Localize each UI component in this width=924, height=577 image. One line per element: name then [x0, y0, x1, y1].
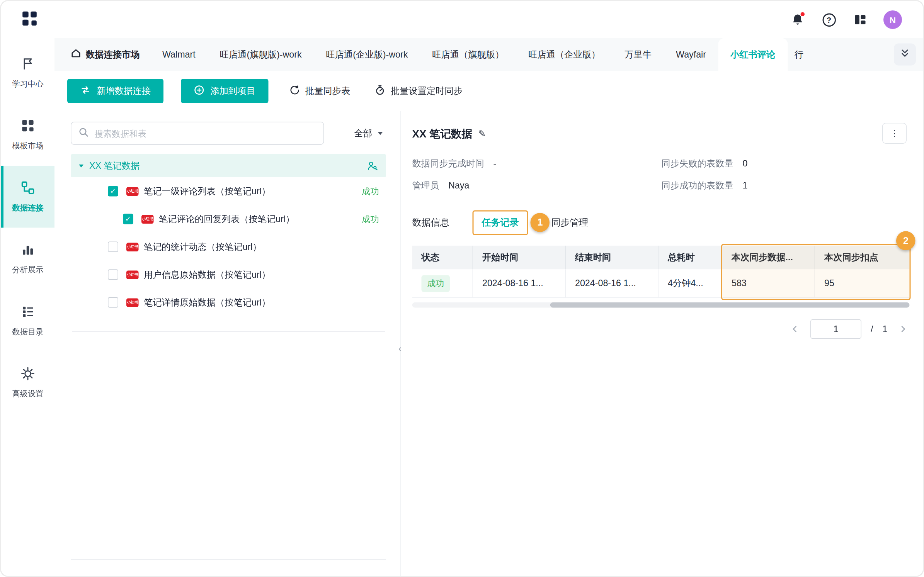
tab-wayfair[interactable]: Wayfair: [664, 38, 718, 71]
tree-item-note-detail-raw[interactable]: 小红书 笔记详情原始数据（按笔记url）: [71, 288, 386, 316]
sidebar-item-template-market[interactable]: 模板市场: [1, 104, 54, 166]
info-label: 同步失败的表数量: [662, 157, 733, 170]
page-total: 1: [883, 324, 888, 334]
button-label: 添加到项目: [211, 85, 255, 97]
tab-task-records[interactable]: 任务记录 1: [473, 210, 528, 235]
template-market-icon: [20, 118, 36, 136]
tab-wanliniu[interactable]: 万里牛: [613, 38, 664, 71]
tab-wdt-flagship-work[interactable]: 旺店通(旗舰版)-work: [208, 38, 314, 71]
tree-item-note-comment-replies[interactable]: ✓ 小红书 笔记评论的回复列表（按笔记url） 成功: [71, 205, 386, 233]
tab-wdt-enterprise-work[interactable]: 旺店通(企业版)-work: [314, 38, 420, 71]
learning-center-icon: [20, 56, 36, 74]
more-actions-button[interactable]: ⋮: [882, 123, 907, 144]
tab-sync-management[interactable]: 同步管理: [551, 216, 589, 229]
tab-walmart[interactable]: Walmart: [150, 38, 208, 71]
batch-schedule-sync-button[interactable]: 批量设置定时同步: [371, 84, 466, 98]
tab-label: 数据连接市场: [86, 48, 140, 61]
sidebar-item-advanced-settings[interactable]: 高级设置: [1, 352, 54, 414]
bar-chart-icon: [20, 242, 36, 260]
tree-item-note-stats[interactable]: 小红书 笔记的统计动态（按笔记url）: [71, 233, 386, 261]
sidebar-item-label: 高级设置: [12, 389, 44, 399]
tab-label: 任务记录: [482, 217, 519, 227]
divider: [71, 559, 386, 560]
tab-xiaohongshu-comments[interactable]: 小红书评论: [718, 38, 788, 71]
search-box[interactable]: [71, 122, 324, 145]
dataset-tree: XX 笔记数据 ✓: [71, 154, 386, 332]
info-succeeded-tables: 同步成功的表数量 1: [662, 175, 907, 196]
chevron-down-icon: [378, 132, 383, 135]
tree-item-label: 笔记评论的回复列表（按笔记url）: [159, 213, 294, 225]
list-icon: [20, 304, 36, 322]
info-failed-tables: 同步失败的表数量 0: [662, 153, 907, 174]
app-window: ? N 学习中心: [0, 0, 924, 577]
data-connection-icon: [20, 180, 36, 198]
tree-item-label: 笔记一级评论列表（按笔记url）: [144, 185, 271, 197]
info-sync-complete-time: 数据同步完成时间 -: [412, 153, 662, 174]
batch-sync-tables-button[interactable]: 批量同步表: [286, 84, 354, 98]
checkbox-checked[interactable]: ✓: [108, 186, 118, 197]
table-row-end-cell: 2024-08-16 1...: [566, 270, 659, 298]
tab-data-connection-market[interactable]: 数据连接市场: [71, 38, 140, 71]
tree-root-node[interactable]: XX 笔记数据: [71, 154, 386, 177]
pagination: / 1: [412, 319, 910, 339]
page-separator: /: [871, 324, 873, 334]
help-icon[interactable]: ?: [821, 12, 837, 28]
column-header-end-time: 结束时间: [566, 246, 659, 270]
sidebar-item-data-connection[interactable]: 数据连接: [1, 166, 54, 228]
previous-page-icon[interactable]: [788, 323, 801, 336]
table-row-synced-cell: 583: [722, 270, 815, 298]
add-to-project-button[interactable]: 添加到项目: [181, 79, 268, 103]
tabs-collapse-button[interactable]: [894, 44, 916, 66]
new-data-connection-button[interactable]: 新增数据连接: [67, 79, 163, 103]
info-label: 数据同步完成时间: [412, 157, 484, 170]
tree-item-note-first-level-comments[interactable]: ✓ 小红书 笔记一级评论列表（按笔记url） 成功: [71, 177, 386, 205]
sidebar-item-label: 数据目录: [12, 327, 44, 337]
home-icon: [71, 48, 81, 61]
column-header-synced-rows: 本次同步数据...: [722, 246, 815, 270]
refresh-icon: [289, 84, 300, 98]
sidebar-item-learning-center[interactable]: 学习中心: [1, 42, 54, 104]
checkbox-unchecked[interactable]: [108, 270, 118, 280]
toolbar: 新增数据连接 添加到项目: [54, 71, 923, 111]
tree-item-label: 笔记的统计动态（按笔记url）: [144, 241, 262, 253]
dashboard-grid-icon[interactable]: [852, 12, 868, 28]
sidebar-item-analysis-display[interactable]: 分析展示: [1, 228, 54, 290]
connection-transfer-icon: [80, 84, 91, 98]
sidebar-item-label: 数据连接: [12, 203, 44, 213]
page-title: XX 笔记数据: [412, 126, 473, 141]
table-row-status-cell: 成功: [412, 270, 473, 298]
sidebar-item-data-catalog[interactable]: 数据目录: [1, 290, 54, 352]
permissions-user-key-icon[interactable]: [367, 160, 378, 171]
filter-select-value: 全部: [354, 127, 373, 139]
checkbox-checked[interactable]: ✓: [123, 214, 133, 224]
checkbox-unchecked[interactable]: [108, 242, 118, 252]
edit-pencil-icon[interactable]: ✎: [478, 128, 486, 139]
tab-truncated[interactable]: 行: [788, 38, 810, 71]
kebab-menu-icon: ⋮: [890, 128, 899, 139]
topbar-actions: ? N: [790, 10, 902, 29]
user-avatar[interactable]: N: [883, 10, 902, 29]
connection-tabstrip: 数据连接市场 Walmart 旺店通(旗舰版)-work 旺店通(企业版)-wo…: [54, 38, 923, 71]
sync-status-success: 成功: [362, 186, 379, 197]
tree-item-user-info-raw[interactable]: 小红书 用户信息原始数据（按笔记url）: [71, 261, 386, 288]
info-label: 管理员: [412, 179, 439, 192]
tree-expand-caret-icon[interactable]: [79, 164, 83, 167]
info-value: 1: [743, 180, 748, 191]
tree-root-label: XX 笔记数据: [89, 160, 140, 172]
filter-all-select[interactable]: 全部: [354, 127, 386, 139]
search-input[interactable]: [94, 128, 317, 139]
tab-wdt-enterprise[interactable]: 旺店通（企业版）: [516, 38, 613, 71]
info-label: 同步成功的表数量: [662, 179, 733, 192]
page-number-input[interactable]: [810, 319, 861, 339]
panel-collapse-handle[interactable]: ‹: [395, 340, 405, 358]
xiaohongshu-icon: 小红书: [126, 243, 139, 251]
scrollbar-thumb[interactable]: [550, 302, 910, 308]
notifications-bell-icon[interactable]: [790, 12, 806, 28]
tab-data-info[interactable]: 数据信息: [412, 216, 449, 229]
checkbox-unchecked[interactable]: [108, 297, 118, 308]
next-page-icon[interactable]: [897, 323, 910, 336]
dataset-info: 数据同步完成时间 - 同步失败的表数量 0 管理员 Naya 同步成功的表数: [412, 153, 907, 196]
tab-wdt-flagship[interactable]: 旺店通（旗舰版）: [420, 38, 516, 71]
detail-tabs: 数据信息 任务记录 1 同步管理: [412, 209, 907, 236]
tree-item-label: 用户信息原始数据（按笔记url）: [144, 268, 271, 281]
